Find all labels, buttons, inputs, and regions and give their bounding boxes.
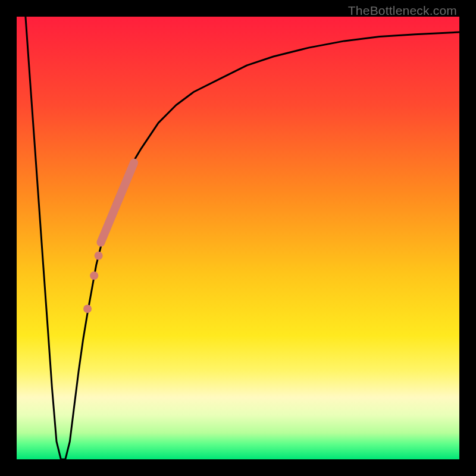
- plot-area: [17, 17, 459, 459]
- bottleneck-curve: [26, 17, 459, 459]
- highlight-dot: [83, 305, 92, 313]
- highlight-dot: [95, 252, 103, 260]
- watermark-text: TheBottleneck.com: [348, 4, 457, 18]
- curve-layer: [17, 17, 459, 459]
- highlight-segment: [101, 163, 134, 243]
- chart-container: TheBottleneck.com: [0, 0, 476, 476]
- highlight-dot: [90, 271, 98, 280]
